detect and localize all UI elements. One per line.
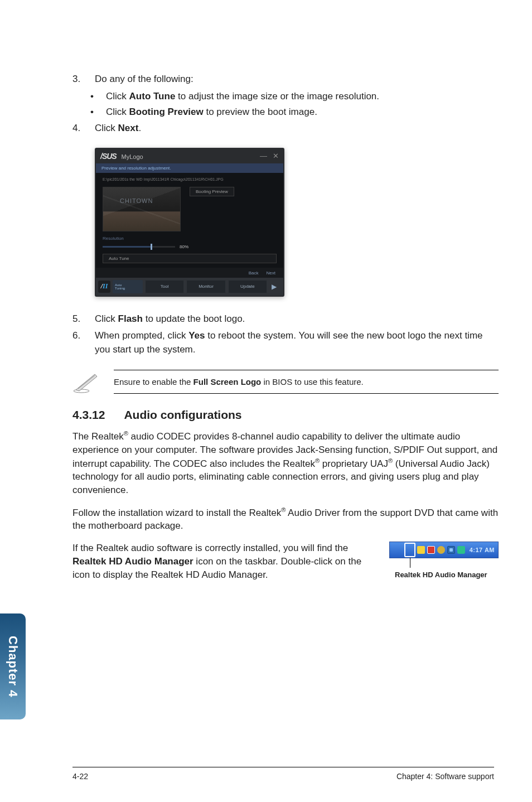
- footer-nav: Back Next: [96, 268, 283, 278]
- auto-tune-button[interactable]: Auto Tune: [103, 254, 277, 263]
- note-text: Ensure to enable the Full Screen Logo in…: [114, 370, 499, 394]
- highlight-box: [404, 543, 415, 557]
- section-number: 4.3.12: [72, 408, 105, 422]
- ai-suite-icon[interactable]: /II: [98, 281, 110, 293]
- text: Follow the installation wizard to instal…: [72, 507, 281, 518]
- taskbar-clock: 4:17 AM: [470, 547, 495, 553]
- text: to adjust the image size or the image re…: [175, 91, 379, 102]
- slider-fill: [103, 246, 151, 248]
- step-5: 5. Click Flash to update the boot logo.: [72, 312, 499, 326]
- step-4: 4. Click Next.: [72, 122, 499, 136]
- text: Click: [106, 91, 129, 102]
- resolution-slider[interactable]: 80%: [103, 244, 277, 249]
- text: If the Realtek audio software is correct…: [72, 543, 348, 553]
- step-text: Click Auto Tune to adjust the image size…: [106, 90, 499, 104]
- callout-line: [410, 558, 410, 568]
- chapter-side-tab: Chapter 4: [0, 613, 26, 719]
- text: Ensure to enable the: [114, 377, 194, 386]
- tool-tile[interactable]: Tool: [145, 280, 184, 293]
- term: Realtek HD Audio Manager: [72, 556, 194, 567]
- page-footer: 4-22 Chapter 4: Software support: [0, 767, 532, 781]
- preview-row: CHITOWN Booting Preview: [96, 183, 283, 234]
- step-text: Do any of the following:: [95, 73, 499, 86]
- back-button[interactable]: Back: [249, 270, 259, 276]
- app-window: /SUS MyLogo — ✕ Preview and resolution a…: [95, 148, 284, 297]
- bullet-icon: •: [90, 105, 106, 119]
- booting-preview-button[interactable]: Booting Preview: [190, 187, 234, 196]
- file-path: E:\pic201/201s the WD Imp\2011341R Chica…: [96, 173, 283, 183]
- window-titlebar: /SUS MyLogo — ✕: [96, 149, 283, 163]
- auto-tuning-tile[interactable]: Auto Tuning: [113, 280, 143, 293]
- footer-chapter: Chapter 4: Software support: [396, 772, 494, 781]
- paragraph-1: The Realtek® audio CODEC provides 8-chan…: [72, 429, 499, 496]
- section-heading: 4.3.12 Audio configurations: [72, 408, 499, 422]
- paragraph-3: If the Realtek audio software is correct…: [72, 542, 379, 581]
- minimize-icon[interactable]: —: [260, 152, 267, 160]
- chevron-right-icon[interactable]: ▶: [269, 283, 279, 291]
- tile-line2: Tuning: [115, 287, 125, 290]
- svg-marker-1: [76, 374, 97, 391]
- tray-realtek-icon[interactable]: [427, 546, 435, 554]
- tray-shield-icon[interactable]: [417, 546, 425, 554]
- paragraph-2: Follow the installation wizard to instal…: [72, 506, 499, 533]
- step-text: Click Booting Preview to preview the boo…: [106, 105, 499, 119]
- monitor-tile[interactable]: Monitor: [186, 280, 225, 293]
- text: When prompted, click: [95, 330, 188, 341]
- svg-line-2: [78, 375, 95, 389]
- text: Click: [95, 313, 118, 324]
- window-controls[interactable]: — ✕: [260, 152, 279, 160]
- text: Click: [106, 107, 129, 117]
- text: .: [138, 123, 141, 133]
- registered-icon: ®: [388, 457, 393, 464]
- page-number: 4-22: [72, 772, 88, 781]
- term: Booting Preview: [129, 107, 204, 117]
- text: proprietary UAJ: [320, 458, 388, 468]
- resolution-block: Resolution 80% Auto Tune: [96, 234, 283, 268]
- slider-value: 80%: [180, 244, 188, 249]
- step-number: 3.: [72, 73, 95, 86]
- brand-text: /SUS: [100, 152, 117, 161]
- registered-icon: ®: [315, 457, 320, 464]
- thumbnail-watermark: CHITOWN: [120, 197, 153, 204]
- image-thumbnail: CHITOWN: [103, 187, 181, 231]
- mylogo-screenshot: /SUS MyLogo — ✕ Preview and resolution a…: [95, 148, 499, 297]
- bullet-icon: •: [90, 90, 106, 104]
- tray-balloon-icon[interactable]: [437, 546, 445, 554]
- window-title: MyLogo: [122, 153, 143, 160]
- text: to preview the boot image.: [204, 107, 317, 117]
- figure-caption: Realtek HD Audio Manager: [389, 571, 499, 579]
- term: Yes: [188, 330, 205, 341]
- step-number: 4.: [72, 122, 95, 136]
- text: in BIOS to use this feature.: [261, 377, 363, 386]
- next-button[interactable]: Next: [267, 270, 275, 276]
- resolution-label: Resolution: [103, 236, 277, 241]
- tray-display-icon[interactable]: [447, 546, 455, 554]
- bottom-bar: /II Auto Tuning Tool Monitor Update ▶: [96, 278, 283, 296]
- step-number: 5.: [72, 312, 95, 326]
- taskbar-figure: 4:17 AM Realtek HD Audio Manager: [389, 542, 499, 579]
- close-icon[interactable]: ✕: [273, 152, 279, 160]
- note-callout: Ensure to enable the Full Screen Logo in…: [72, 370, 499, 394]
- step-6: 6. When prompted, click Yes to reboot th…: [72, 329, 499, 356]
- text: to update the boot logo.: [143, 313, 245, 324]
- term: Flash: [118, 313, 143, 324]
- side-tab-label: Chapter 4: [6, 636, 20, 697]
- step-3b: • Click Booting Preview to preview the b…: [90, 105, 499, 119]
- text: The Realtek: [72, 431, 124, 442]
- update-tile[interactable]: Update: [228, 280, 267, 293]
- section-title: Audio configurations: [124, 408, 241, 422]
- step-text: When prompted, click Yes to reboot the s…: [95, 329, 499, 356]
- slider-knob[interactable]: [151, 244, 152, 250]
- window-subtitle: Preview and resolution adjustment.: [96, 163, 283, 173]
- step-number: 6.: [72, 329, 95, 356]
- step-text: Click Next.: [95, 122, 499, 136]
- tray-safely-remove-icon[interactable]: [457, 546, 465, 554]
- slider-track[interactable]: [103, 246, 175, 248]
- term: Auto Tune: [129, 91, 176, 102]
- note-pen-icon: [72, 371, 100, 393]
- term: Next: [118, 123, 139, 133]
- step-3a: • Click Auto Tune to adjust the image si…: [90, 90, 499, 104]
- footer-rule: [72, 767, 494, 767]
- registered-icon: ®: [124, 430, 128, 437]
- windows-taskbar: 4:17 AM: [389, 542, 499, 558]
